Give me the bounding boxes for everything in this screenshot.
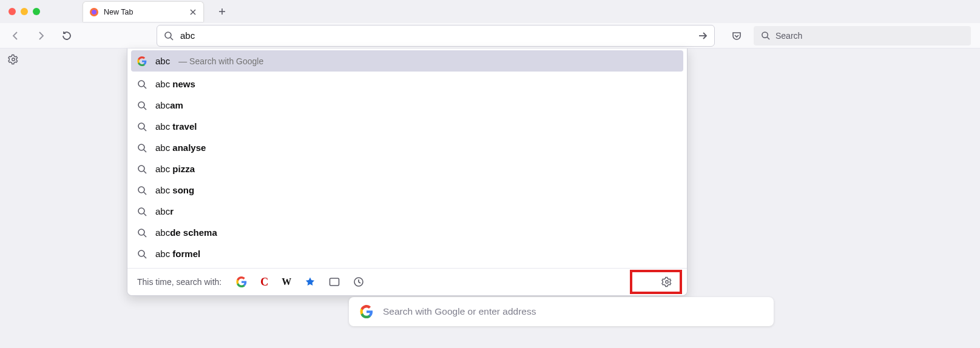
url-bar[interactable] xyxy=(157,25,715,47)
search-with-label: This time, search with: xyxy=(137,277,221,287)
search-icon xyxy=(137,122,147,132)
engine-c-icon[interactable]: C xyxy=(260,276,268,289)
search-engine-list: C W xyxy=(236,276,364,289)
svg-point-9 xyxy=(762,32,767,38)
suggestion-text: abcr xyxy=(155,206,174,216)
suggestion-text: abc formel xyxy=(155,249,200,259)
suggestion-search-with-google[interactable]: abc — Search with Google xyxy=(131,50,683,72)
forward-button[interactable] xyxy=(33,27,50,44)
secondary-search-placeholder: Search xyxy=(776,31,802,41)
google-icon xyxy=(360,305,373,318)
svg-point-20 xyxy=(138,166,144,172)
search-settings-highlight xyxy=(630,270,682,294)
svg-line-10 xyxy=(767,37,769,39)
svg-point-6 xyxy=(165,32,171,38)
suggestion-text: abc pizza xyxy=(155,164,195,174)
window-controls xyxy=(8,8,40,15)
engine-wikipedia-icon[interactable]: W xyxy=(282,276,291,287)
engine-google-icon[interactable] xyxy=(236,276,247,287)
svg-point-1 xyxy=(92,10,96,15)
svg-point-28 xyxy=(138,250,144,256)
svg-line-27 xyxy=(144,235,146,237)
suggestion-row[interactable]: abc pizza xyxy=(127,158,687,179)
new-tab-search-bar[interactable]: Search with Google or enter address xyxy=(349,297,774,326)
search-icon xyxy=(137,249,147,259)
firefox-favicon-icon xyxy=(89,7,99,17)
svg-line-19 xyxy=(144,150,146,152)
minimize-window-button[interactable] xyxy=(21,8,28,15)
suggestion-row[interactable]: abc travel xyxy=(127,116,687,137)
close-window-button[interactable] xyxy=(8,8,16,15)
secondary-search-bar[interactable]: Search xyxy=(754,26,971,45)
maximize-window-button[interactable] xyxy=(33,8,40,15)
svg-point-11 xyxy=(12,58,15,61)
pocket-button[interactable] xyxy=(728,27,745,44)
suggestion-row[interactable]: abc formel xyxy=(127,243,687,264)
url-input[interactable] xyxy=(180,30,691,41)
search-icon xyxy=(760,30,771,41)
svg-line-23 xyxy=(144,192,146,195)
search-icon xyxy=(137,101,147,110)
search-icon xyxy=(163,30,174,41)
svg-point-24 xyxy=(138,208,144,214)
suggestion-text: abc song xyxy=(155,185,194,195)
gear-icon[interactable] xyxy=(661,276,672,287)
browser-tab[interactable]: New Tab xyxy=(83,1,204,22)
svg-point-16 xyxy=(138,123,144,129)
suggestion-row[interactable]: abc song xyxy=(127,179,687,201)
new-tab-button[interactable] xyxy=(214,3,231,20)
svg-point-12 xyxy=(138,81,144,87)
search-icon xyxy=(137,164,147,174)
suggestion-text: abcde schema xyxy=(155,227,217,238)
engine-history-icon[interactable] xyxy=(353,276,364,287)
navigation-toolbar: Search xyxy=(0,23,980,49)
svg-line-21 xyxy=(144,171,146,173)
svg-point-14 xyxy=(138,102,144,108)
engine-bookmarks-icon[interactable] xyxy=(305,276,316,287)
svg-line-25 xyxy=(144,213,146,216)
tab-title: New Tab xyxy=(104,8,184,16)
suggestion-text: abc analyse xyxy=(155,142,206,153)
search-icon xyxy=(137,186,147,195)
svg-point-18 xyxy=(138,144,144,150)
suggestion-query: abc xyxy=(155,56,170,66)
search-icon xyxy=(137,228,147,238)
search-icon xyxy=(137,207,147,216)
url-suggestions-dropdown: abc — Search with Google abc newsabcamab… xyxy=(127,49,688,296)
svg-rect-30 xyxy=(330,278,339,286)
svg-point-32 xyxy=(666,281,669,284)
search-icon xyxy=(137,79,147,89)
suggestion-text: abcam xyxy=(155,100,183,110)
svg-line-13 xyxy=(144,86,146,89)
suggestion-row[interactable]: abcam xyxy=(127,95,687,116)
svg-line-15 xyxy=(144,107,146,110)
back-button[interactable] xyxy=(7,27,24,44)
search-icon xyxy=(137,143,147,153)
suggestion-text: abc news xyxy=(155,79,195,89)
svg-line-7 xyxy=(171,38,173,40)
svg-point-22 xyxy=(138,187,144,193)
suggestion-text: abc travel xyxy=(155,121,197,132)
search-engine-hint: — Search with Google xyxy=(178,56,263,66)
search-footer: This time, search with: C W xyxy=(127,269,687,295)
close-tab-icon[interactable] xyxy=(189,8,197,16)
engine-tabs-icon[interactable] xyxy=(329,277,340,287)
suggestion-row[interactable]: abcde schema xyxy=(127,222,687,243)
tab-bar: New Tab xyxy=(0,0,980,23)
svg-line-17 xyxy=(144,129,146,131)
svg-point-26 xyxy=(138,229,144,235)
svg-line-29 xyxy=(144,256,146,258)
go-arrow-icon[interactable] xyxy=(697,30,708,41)
reload-button[interactable] xyxy=(58,27,75,44)
suggestion-row[interactable]: abc analyse xyxy=(127,137,687,158)
new-tab-search-placeholder: Search with Google or enter address xyxy=(383,306,536,317)
settings-icon[interactable] xyxy=(5,51,22,68)
suggestion-row[interactable]: abcr xyxy=(127,201,687,222)
google-icon xyxy=(137,56,147,66)
suggestion-row[interactable]: abc news xyxy=(127,73,687,95)
